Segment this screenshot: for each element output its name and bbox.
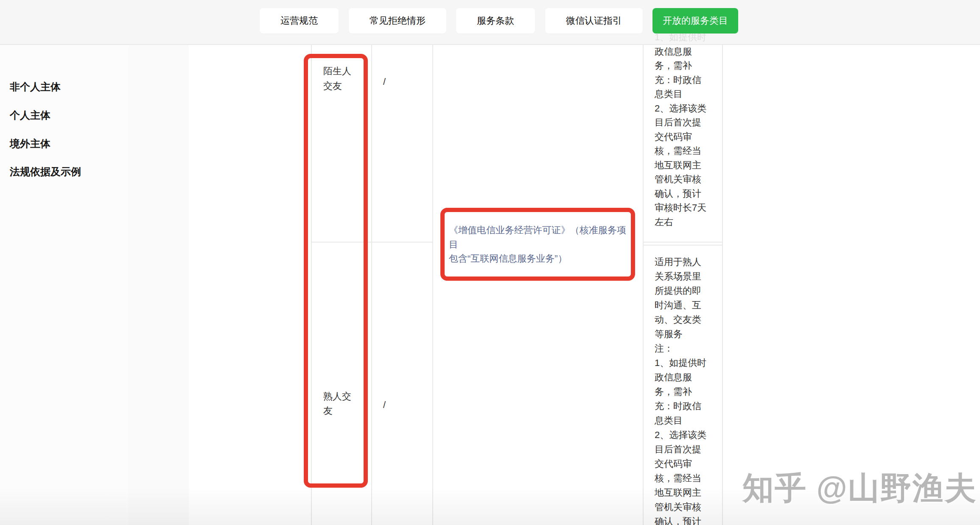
qualification-cell-friend: / (383, 398, 400, 412)
nav-button-terms-of-service[interactable]: 服务条款 (456, 8, 535, 34)
table-border-vertical-3 (432, 44, 433, 525)
table-border-note-cell-bottom (643, 242, 722, 243)
note-cell-friend: 适用于熟人 关系场景里 所提供的即 时沟通、互 动、交友类 等服务 注： 1、如… (655, 255, 722, 525)
sidebar-divider-band (129, 44, 189, 525)
sidebar-item-overseas[interactable]: 境外主体 (10, 137, 50, 150)
page: 非个人主体 个人主体 境外主体 法规依据及示例 陌生人 交友 / 1、如提供时 … (0, 0, 980, 525)
note-cell-stranger: 1、如提供时 政信息服 务，需补 充：时政信 息类目 2、选择该类 目后首次提 … (655, 30, 722, 229)
nav-button-open-service-categories[interactable]: 开放的服务类目 (652, 8, 738, 34)
sidebar-item-legal-examples[interactable]: 法规依据及示例 (10, 165, 81, 178)
nav-button-operation-rules[interactable]: 运营规范 (260, 8, 339, 34)
table-border-vertical-2 (371, 44, 372, 525)
table-border-vertical-4 (643, 44, 644, 525)
sidebar-item-non-personal[interactable]: 非个人主体 (10, 81, 61, 93)
nav-button-wechat-verification-guide[interactable]: 微信认证指引 (545, 8, 643, 34)
zhihu-watermark: 知乎 @山野渔夫 (742, 467, 977, 510)
top-nav-bar: 运营规范 常见拒绝情形 服务条款 微信认证指引 开放的服务类目 (0, 0, 980, 45)
table-border-note-cell-top (643, 245, 722, 246)
annotation-box-category-column (304, 54, 368, 488)
nav-button-common-rejections[interactable]: 常见拒绝情形 (349, 8, 446, 34)
qualification-cell-stranger: / (383, 75, 400, 89)
annotation-box-license (440, 208, 635, 281)
sidebar-item-personal[interactable]: 个人主体 (10, 109, 50, 122)
